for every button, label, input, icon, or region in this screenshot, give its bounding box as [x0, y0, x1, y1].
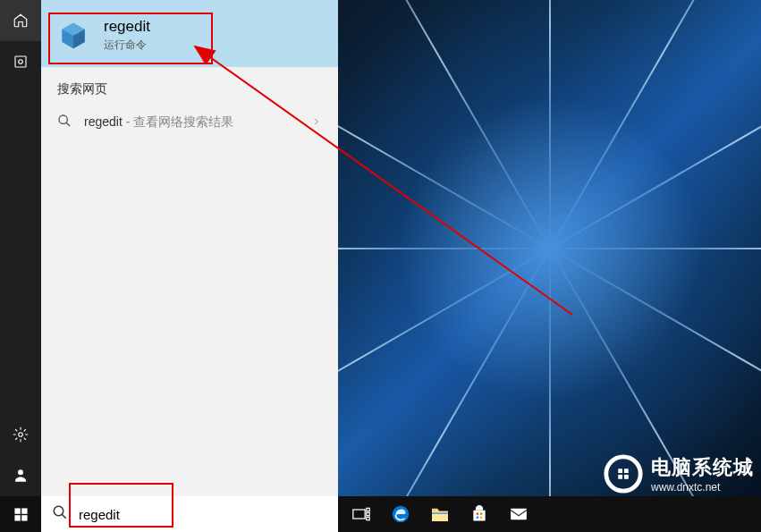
- settings-icon[interactable]: [0, 414, 41, 455]
- watermark: 电脑系统城 www.dnxtc.net: [603, 453, 754, 494]
- svg-rect-6: [14, 508, 20, 513]
- search-icon: [57, 114, 72, 131]
- svg-rect-15: [367, 517, 369, 519]
- web-result-text: regedit - 查看网络搜索结果: [84, 114, 299, 131]
- svg-rect-14: [367, 512, 369, 515]
- svg-rect-12: [353, 510, 365, 519]
- svg-rect-9: [21, 515, 27, 520]
- cube-icon: [57, 20, 89, 52]
- edge-browser-icon[interactable]: [381, 496, 420, 532]
- svg-rect-17: [432, 512, 448, 514]
- task-view-icon[interactable]: [342, 496, 381, 532]
- search-icon: [52, 504, 68, 524]
- svg-point-23: [606, 457, 640, 491]
- svg-rect-21: [480, 517, 483, 519]
- best-match-title: regedit: [104, 18, 322, 36]
- svg-rect-20: [477, 517, 479, 519]
- start-button[interactable]: [0, 496, 41, 532]
- svg-rect-19: [480, 512, 483, 515]
- mail-icon[interactable]: [499, 496, 538, 532]
- home-icon[interactable]: [0, 0, 41, 41]
- svg-rect-7: [21, 508, 27, 513]
- svg-rect-18: [477, 512, 479, 515]
- svg-point-2: [19, 433, 23, 437]
- watermark-title: 电脑系统城: [651, 454, 754, 481]
- svg-rect-8: [14, 515, 20, 520]
- search-results-panel: regedit 运行命令 搜索网页 regedit - 查看网络搜索结果: [41, 0, 338, 496]
- taskbar: [0, 496, 761, 532]
- web-section-header: 搜索网页: [41, 67, 338, 105]
- best-match-result[interactable]: regedit 运行命令: [41, 0, 338, 67]
- svg-rect-22: [511, 509, 527, 519]
- svg-point-1: [19, 60, 23, 64]
- taskbar-search-box[interactable]: [41, 496, 338, 532]
- svg-rect-24: [618, 469, 622, 473]
- chevron-right-icon: [311, 115, 322, 130]
- svg-rect-27: [624, 475, 629, 479]
- search-rail: [0, 0, 41, 496]
- svg-rect-26: [618, 475, 622, 479]
- svg-rect-0: [15, 56, 26, 67]
- watermark-url: www.dnxtc.net: [651, 481, 754, 494]
- svg-line-5: [66, 122, 70, 126]
- svg-line-11: [62, 514, 66, 519]
- file-explorer-icon[interactable]: [420, 496, 460, 532]
- feedback-icon[interactable]: [0, 455, 41, 496]
- best-match-subtitle: 运行命令: [104, 38, 322, 53]
- recent-icon[interactable]: [0, 41, 41, 82]
- desktop-wallpaper: [338, 0, 761, 496]
- svg-point-10: [54, 506, 63, 516]
- store-icon[interactable]: [460, 496, 499, 532]
- svg-point-4: [59, 115, 67, 123]
- svg-rect-13: [367, 508, 369, 511]
- web-search-result[interactable]: regedit - 查看网络搜索结果: [41, 105, 338, 140]
- search-input[interactable]: [79, 507, 327, 522]
- watermark-logo-icon: [603, 453, 644, 494]
- svg-rect-25: [624, 469, 629, 473]
- svg-point-3: [18, 469, 23, 475]
